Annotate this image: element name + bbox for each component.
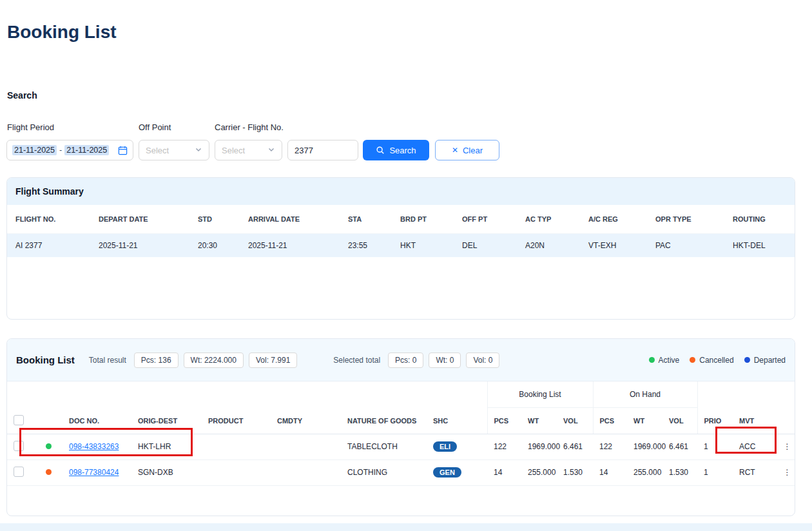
bl-pcs-cell: 122 — [487, 434, 521, 459]
column-header: ORIG-DEST — [131, 408, 202, 434]
flight-summary-table: FLIGHT NO. DEPART DATE STD ARRIVAL DATE … — [7, 205, 795, 257]
ac-reg-cell: VT-EXH — [580, 234, 647, 258]
status-column-header — [39, 408, 63, 434]
row-menu-icon[interactable]: ⋮ — [775, 434, 795, 459]
column-header: WT — [627, 408, 662, 434]
shc-badge: ELI — [433, 441, 457, 452]
total-vol-badge: Vol: 7.991 — [249, 352, 297, 368]
doc-no-link[interactable]: 098-77380424 — [69, 468, 119, 477]
bl-vol-cell: 1.530 — [557, 459, 593, 485]
booking-list-title: Booking List — [16, 354, 75, 365]
bl-vol-cell: 6.461 — [557, 434, 593, 459]
nature-of-goods-cell: TABLECLOTH — [341, 434, 427, 459]
status-legend: Active Cancelled Departed — [649, 356, 786, 365]
calendar-icon[interactable] — [118, 146, 128, 155]
search-icon — [376, 146, 385, 155]
column-header: OPR TYPE — [647, 205, 724, 234]
column-header: SHC — [427, 408, 487, 434]
prio-cell: 1 — [697, 434, 733, 459]
total-pcs-badge: Pcs: 136 — [134, 352, 179, 368]
orig-dest-cell: SGN-DXB — [131, 459, 202, 485]
column-header: OFF PT — [454, 205, 517, 234]
flight-no-input[interactable] — [287, 140, 358, 160]
booking-list-table: Booking List On Hand DOC NO. ORIG-DEST P… — [7, 381, 795, 486]
std-cell: 20:30 — [189, 234, 240, 258]
column-header: NATURE OF GOODS — [341, 408, 427, 434]
active-status-dot — [649, 357, 655, 363]
flight-period-separator: - — [59, 146, 62, 155]
total-wt-badge: Wt: 2224.000 — [184, 352, 244, 368]
brd-pt-cell: HKT — [392, 234, 454, 258]
flight-period-input[interactable]: 21-11-2025 - 21-11-2025 — [6, 140, 133, 160]
column-header: CMDTY — [271, 408, 341, 434]
row-checkbox[interactable] — [14, 441, 24, 451]
column-header: PCS — [487, 408, 521, 434]
oh-pcs-cell: 14 — [593, 459, 627, 485]
depart-date-cell: 2025-11-21 — [90, 234, 189, 258]
group-header-booking-list: Booking List — [487, 381, 593, 408]
flight-summary-row[interactable]: AI 2377 2025-11-21 20:30 2025-11-21 23:5… — [7, 234, 795, 258]
legend-cancelled: Cancelled — [690, 356, 733, 365]
chevron-down-icon — [267, 146, 275, 155]
flight-no-cell: AI 2377 — [7, 234, 90, 258]
page-title: Booking List — [7, 22, 117, 43]
close-icon: ✕ — [452, 146, 458, 155]
search-button[interactable]: Search — [363, 140, 429, 160]
column-header: VOL — [662, 408, 697, 434]
row-status-dot — [46, 443, 52, 449]
flight-summary-title: Flight Summary — [7, 178, 795, 205]
oh-wt-cell: 255.000 — [627, 459, 662, 485]
table-row: 098-77380424 SGN-DXB CLOTHING GEN 14 255… — [7, 459, 795, 485]
table-row: 098-43833263 HKT-LHR TABLECLOTH ELI 122 … — [7, 434, 795, 459]
flight-period-from[interactable]: 21-11-2025 — [12, 145, 57, 155]
bl-pcs-cell: 14 — [487, 459, 521, 485]
ac-typ-cell: A20N — [517, 234, 580, 258]
booking-list-header-row: DOC NO. ORIG-DEST PRODUCT CMDTY NATURE O… — [7, 408, 795, 434]
column-header: BRD PT — [392, 205, 454, 234]
cmdty-cell — [271, 434, 341, 459]
shc-badge: GEN — [433, 467, 461, 478]
group-header-row: Booking List On Hand — [7, 381, 795, 408]
legend-active: Active — [649, 356, 680, 365]
flight-period-label: Flight Period — [7, 122, 54, 132]
legend-departed: Departed — [744, 356, 786, 365]
bl-wt-cell: 1969.000 — [521, 434, 557, 459]
column-header: PCS — [593, 408, 627, 434]
mvt-cell: RCT — [733, 459, 775, 485]
flight-summary-header-row: FLIGHT NO. DEPART DATE STD ARRIVAL DATE … — [7, 205, 795, 234]
mvt-cell: ACC — [733, 434, 775, 459]
off-point-placeholder: Select — [146, 146, 169, 155]
departed-status-dot — [744, 357, 750, 363]
carrier-select[interactable]: Select — [215, 140, 282, 160]
actions-column-header — [775, 408, 795, 434]
doc-no-link[interactable]: 098-43833263 — [69, 442, 119, 451]
clear-button[interactable]: ✕ Clear — [435, 140, 499, 160]
oh-wt-cell: 1969.000 — [627, 434, 662, 459]
nature-of-goods-cell: CLOTHING — [341, 459, 427, 485]
column-header: ROUTING — [724, 205, 795, 234]
opr-type-cell: PAC — [647, 234, 724, 258]
column-header: A/C REG — [580, 205, 647, 234]
orig-dest-cell: HKT-LHR — [131, 434, 202, 459]
select-all-checkbox[interactable] — [14, 415, 24, 425]
flight-period-to[interactable]: 21-11-2025 — [64, 145, 109, 155]
product-cell — [202, 459, 271, 485]
carrier-placeholder: Select — [222, 146, 245, 155]
row-menu-icon[interactable]: ⋮ — [775, 459, 795, 485]
column-header: VOL — [557, 408, 593, 434]
column-header: STD — [189, 205, 240, 234]
row-checkbox[interactable] — [14, 467, 24, 477]
oh-vol-cell: 6.461 — [662, 434, 697, 459]
bottom-panel-edge — [0, 523, 812, 531]
off-point-label: Off Point — [139, 122, 171, 132]
product-cell — [202, 434, 271, 459]
selected-pcs-badge: Pcs: 0 — [388, 352, 423, 368]
prio-cell: 1 — [697, 459, 733, 485]
off-point-select[interactable]: Select — [139, 140, 209, 160]
routing-cell: HKT-DEL — [724, 234, 795, 258]
off-pt-cell: DEL — [454, 234, 517, 258]
booking-list-panel: Booking List Total result Pcs: 136 Wt: 2… — [6, 338, 795, 516]
column-header: PRODUCT — [202, 408, 271, 434]
total-result-label: Total result — [89, 356, 126, 365]
chevron-down-icon — [195, 146, 202, 155]
